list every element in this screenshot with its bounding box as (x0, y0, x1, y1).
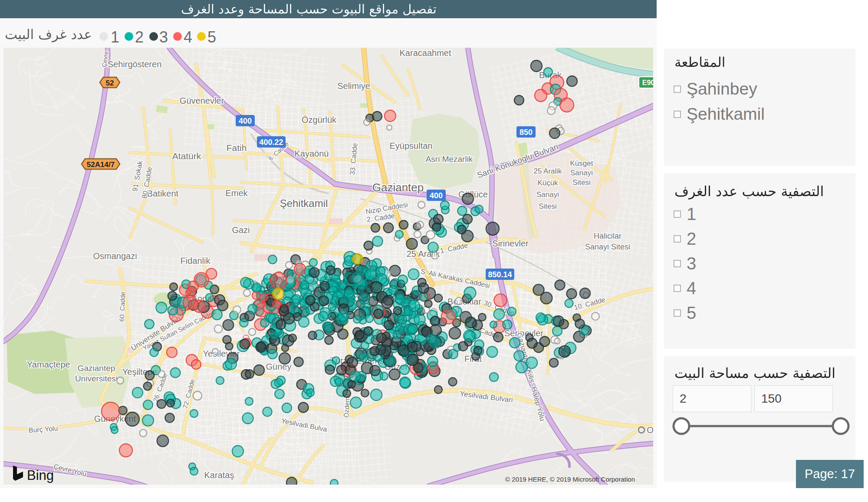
svg-text:Fidanlik: Fidanlik (181, 256, 211, 266)
svg-text:Sitesi: Sitesi (539, 202, 557, 210)
svg-text:Küçük: Küçük (537, 179, 558, 187)
svg-text:Sanayi: Sanayi (536, 190, 559, 199)
svg-text:Sitesi: Sitesi (572, 178, 591, 187)
svg-text:850.14: 850.14 (488, 270, 512, 279)
svg-text:850: 850 (519, 128, 533, 137)
svg-text:Karataş: Karataş (204, 470, 234, 480)
svg-text:Gaziantep: Gaziantep (78, 364, 115, 373)
svg-text:Emek: Emek (225, 188, 248, 198)
svg-text:Fatih: Fatih (227, 143, 247, 153)
svg-text:Üniversitesi: Üniversitesi (75, 374, 118, 383)
svg-text:© 2019 HERE, © 2019 Microsoft: © 2019 HERE, © 2019 Microsoft Corporatio… (505, 476, 635, 483)
svg-text:Gaziantep: Gaziantep (372, 181, 424, 194)
svg-text:52A14/7: 52A14/7 (87, 161, 115, 169)
svg-text:Selimiye: Selimiye (337, 81, 370, 91)
svg-text:25 Aralik: 25 Aralik (533, 167, 562, 175)
svg-text:Yamaçtepe: Yamaçtepe (27, 360, 70, 369)
svg-text:2: 2 (135, 28, 144, 46)
svg-text:400.22: 400.22 (259, 138, 283, 147)
svg-text:3: 3 (159, 28, 168, 46)
svg-text:Kayaönü: Kayaönü (295, 149, 329, 158)
svg-text:Atatürk: Atatürk (172, 151, 201, 161)
svg-text:Karacaahmet: Karacaahmet (400, 48, 451, 58)
svg-text:Sanayi: Sanayi (570, 169, 593, 177)
svg-text:Gazi: Gazi (232, 225, 250, 235)
svg-text:Sehirgösteren: Sehirgösteren (108, 59, 162, 69)
svg-text:Halicilar: Halicilar (594, 232, 621, 240)
svg-text:60. Cadde: 60. Cadde (118, 292, 126, 322)
svg-text:Sirinevler: Sirinevler (492, 239, 529, 248)
svg-text:Bing: Bing (27, 468, 54, 483)
svg-text:Sanayi Sitesi: Sanayi Sitesi (585, 243, 630, 251)
svg-text:O: O (647, 425, 653, 435)
svg-text:Şehitkamil: Şehitkamil (280, 197, 328, 209)
svg-text:Asri Mezarlik: Asri Mezarlik (426, 154, 473, 164)
svg-text:5: 5 (207, 28, 216, 46)
svg-text:400: 400 (239, 117, 252, 125)
svg-text:Batikent: Batikent (147, 189, 179, 198)
svg-text:Eyüpsultan: Eyüpsultan (390, 141, 433, 151)
svg-text:Küsget: Küsget (570, 159, 593, 167)
svg-text:1: 1 (111, 28, 119, 46)
svg-text:Osmangazi: Osmangazi (93, 251, 137, 261)
svg-text:Güvenevler: Güvenevler (180, 96, 224, 105)
svg-text:400: 400 (430, 191, 443, 200)
svg-text:Özgürlük: Özgürlük (302, 115, 337, 125)
svg-text:4: 4 (184, 28, 192, 46)
svg-text:52: 52 (106, 79, 114, 87)
svg-text:E90: E90 (642, 79, 653, 86)
